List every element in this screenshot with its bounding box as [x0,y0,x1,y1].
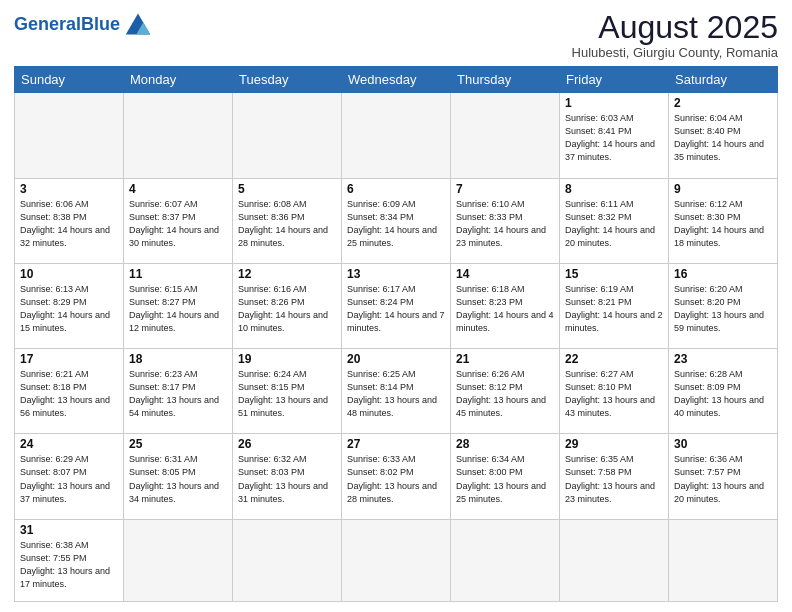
day-info: Sunrise: 6:24 AM Sunset: 8:15 PM Dayligh… [238,368,336,420]
day-header-monday: Monday [124,67,233,93]
day-info: Sunrise: 6:17 AM Sunset: 8:24 PM Dayligh… [347,283,445,335]
day-headers-row: SundayMondayTuesdayWednesdayThursdayFrid… [15,67,778,93]
day-cell: 27Sunrise: 6:33 AM Sunset: 8:02 PM Dayli… [342,434,451,519]
day-number: 29 [565,437,663,451]
day-cell: 4Sunrise: 6:07 AM Sunset: 8:37 PM Daylig… [124,178,233,263]
day-number: 2 [674,96,772,110]
day-number: 16 [674,267,772,281]
logo-icon [122,10,154,38]
day-cell: 7Sunrise: 6:10 AM Sunset: 8:33 PM Daylig… [451,178,560,263]
day-number: 10 [20,267,118,281]
day-number: 9 [674,182,772,196]
day-number: 27 [347,437,445,451]
day-header-tuesday: Tuesday [233,67,342,93]
day-info: Sunrise: 6:06 AM Sunset: 8:38 PM Dayligh… [20,198,118,250]
day-cell: 6Sunrise: 6:09 AM Sunset: 8:34 PM Daylig… [342,178,451,263]
day-cell: 30Sunrise: 6:36 AM Sunset: 7:57 PM Dayli… [669,434,778,519]
day-number: 21 [456,352,554,366]
day-cell: 23Sunrise: 6:28 AM Sunset: 8:09 PM Dayli… [669,349,778,434]
day-cell: 9Sunrise: 6:12 AM Sunset: 8:30 PM Daylig… [669,178,778,263]
day-cell: 11Sunrise: 6:15 AM Sunset: 8:27 PM Dayli… [124,263,233,348]
day-number: 5 [238,182,336,196]
day-info: Sunrise: 6:13 AM Sunset: 8:29 PM Dayligh… [20,283,118,335]
day-number: 31 [20,523,118,537]
day-info: Sunrise: 6:28 AM Sunset: 8:09 PM Dayligh… [674,368,772,420]
day-cell: 10Sunrise: 6:13 AM Sunset: 8:29 PM Dayli… [15,263,124,348]
day-cell: 24Sunrise: 6:29 AM Sunset: 8:07 PM Dayli… [15,434,124,519]
day-header-thursday: Thursday [451,67,560,93]
week-row-1: 1Sunrise: 6:03 AM Sunset: 8:41 PM Daylig… [15,93,778,178]
day-info: Sunrise: 6:34 AM Sunset: 8:00 PM Dayligh… [456,453,554,505]
day-info: Sunrise: 6:33 AM Sunset: 8:02 PM Dayligh… [347,453,445,505]
day-info: Sunrise: 6:12 AM Sunset: 8:30 PM Dayligh… [674,198,772,250]
day-info: Sunrise: 6:18 AM Sunset: 8:23 PM Dayligh… [456,283,554,335]
day-cell: 31Sunrise: 6:38 AM Sunset: 7:55 PM Dayli… [15,519,124,601]
day-cell [342,519,451,601]
day-cell: 8Sunrise: 6:11 AM Sunset: 8:32 PM Daylig… [560,178,669,263]
day-number: 3 [20,182,118,196]
day-number: 30 [674,437,772,451]
day-cell: 17Sunrise: 6:21 AM Sunset: 8:18 PM Dayli… [15,349,124,434]
day-cell: 18Sunrise: 6:23 AM Sunset: 8:17 PM Dayli… [124,349,233,434]
month-year: August 2025 [572,10,778,45]
day-info: Sunrise: 6:36 AM Sunset: 7:57 PM Dayligh… [674,453,772,505]
header: GeneralBlue August 2025 Hulubesti, Giurg… [14,10,778,60]
day-cell: 22Sunrise: 6:27 AM Sunset: 8:10 PM Dayli… [560,349,669,434]
logo-general: General [14,14,81,34]
day-number: 12 [238,267,336,281]
day-cell: 26Sunrise: 6:32 AM Sunset: 8:03 PM Dayli… [233,434,342,519]
day-cell [560,519,669,601]
day-info: Sunrise: 6:11 AM Sunset: 8:32 PM Dayligh… [565,198,663,250]
day-number: 13 [347,267,445,281]
location: Hulubesti, Giurgiu County, Romania [572,45,778,60]
day-info: Sunrise: 6:07 AM Sunset: 8:37 PM Dayligh… [129,198,227,250]
day-cell: 19Sunrise: 6:24 AM Sunset: 8:15 PM Dayli… [233,349,342,434]
day-cell [233,519,342,601]
day-number: 25 [129,437,227,451]
week-row-6: 31Sunrise: 6:38 AM Sunset: 7:55 PM Dayli… [15,519,778,601]
week-row-3: 10Sunrise: 6:13 AM Sunset: 8:29 PM Dayli… [15,263,778,348]
day-cell: 3Sunrise: 6:06 AM Sunset: 8:38 PM Daylig… [15,178,124,263]
day-cell: 1Sunrise: 6:03 AM Sunset: 8:41 PM Daylig… [560,93,669,178]
day-number: 19 [238,352,336,366]
day-info: Sunrise: 6:09 AM Sunset: 8:34 PM Dayligh… [347,198,445,250]
day-number: 7 [456,182,554,196]
day-cell: 5Sunrise: 6:08 AM Sunset: 8:36 PM Daylig… [233,178,342,263]
day-cell: 25Sunrise: 6:31 AM Sunset: 8:05 PM Dayli… [124,434,233,519]
calendar-page: GeneralBlue August 2025 Hulubesti, Giurg… [0,0,792,612]
day-cell: 14Sunrise: 6:18 AM Sunset: 8:23 PM Dayli… [451,263,560,348]
day-cell [15,93,124,178]
week-row-5: 24Sunrise: 6:29 AM Sunset: 8:07 PM Dayli… [15,434,778,519]
day-cell: 20Sunrise: 6:25 AM Sunset: 8:14 PM Dayli… [342,349,451,434]
day-cell [342,93,451,178]
day-info: Sunrise: 6:20 AM Sunset: 8:20 PM Dayligh… [674,283,772,335]
day-number: 15 [565,267,663,281]
day-cell [451,93,560,178]
week-row-2: 3Sunrise: 6:06 AM Sunset: 8:38 PM Daylig… [15,178,778,263]
day-number: 26 [238,437,336,451]
day-cell: 16Sunrise: 6:20 AM Sunset: 8:20 PM Dayli… [669,263,778,348]
calendar-table: SundayMondayTuesdayWednesdayThursdayFrid… [14,66,778,602]
day-cell: 29Sunrise: 6:35 AM Sunset: 7:58 PM Dayli… [560,434,669,519]
day-cell: 2Sunrise: 6:04 AM Sunset: 8:40 PM Daylig… [669,93,778,178]
day-number: 17 [20,352,118,366]
day-info: Sunrise: 6:26 AM Sunset: 8:12 PM Dayligh… [456,368,554,420]
day-cell: 21Sunrise: 6:26 AM Sunset: 8:12 PM Dayli… [451,349,560,434]
day-info: Sunrise: 6:19 AM Sunset: 8:21 PM Dayligh… [565,283,663,335]
day-number: 11 [129,267,227,281]
day-info: Sunrise: 6:04 AM Sunset: 8:40 PM Dayligh… [674,112,772,164]
day-header-sunday: Sunday [15,67,124,93]
day-number: 4 [129,182,227,196]
day-number: 6 [347,182,445,196]
day-info: Sunrise: 6:21 AM Sunset: 8:18 PM Dayligh… [20,368,118,420]
week-row-4: 17Sunrise: 6:21 AM Sunset: 8:18 PM Dayli… [15,349,778,434]
day-number: 14 [456,267,554,281]
day-info: Sunrise: 6:16 AM Sunset: 8:26 PM Dayligh… [238,283,336,335]
day-cell [451,519,560,601]
day-info: Sunrise: 6:08 AM Sunset: 8:36 PM Dayligh… [238,198,336,250]
day-info: Sunrise: 6:23 AM Sunset: 8:17 PM Dayligh… [129,368,227,420]
day-number: 22 [565,352,663,366]
day-number: 18 [129,352,227,366]
day-number: 28 [456,437,554,451]
logo: GeneralBlue [14,10,154,38]
